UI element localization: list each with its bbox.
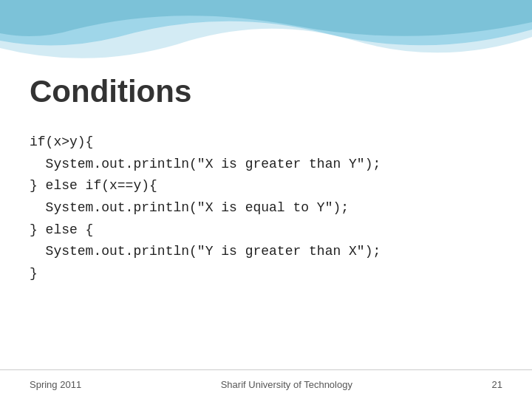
footer: Spring 2011 Sharif University of Technol… (0, 369, 532, 399)
code-line-1: if(x>y){ (30, 132, 502, 154)
code-line-6: System.out.println("Y is greater than X"… (30, 241, 502, 263)
code-line-2: System.out.println("X is greater than Y"… (30, 154, 502, 176)
code-line-4: System.out.println("X is equal to Y"); (30, 197, 502, 219)
footer-right: 21 (492, 379, 502, 390)
code-line-3: } else if(x==y){ (30, 175, 502, 197)
code-line-5: } else { (30, 219, 502, 242)
slide-title: Conditions (30, 74, 502, 109)
footer-center: Sharif University of Technology (221, 379, 352, 390)
top-decoration (0, 0, 532, 66)
code-block: if(x>y){ System.out.println("X is greate… (30, 132, 502, 285)
footer-left: Spring 2011 (30, 379, 81, 390)
code-line-7: } (30, 263, 502, 285)
slide-content: Conditions if(x>y){ System.out.println("… (0, 66, 532, 369)
